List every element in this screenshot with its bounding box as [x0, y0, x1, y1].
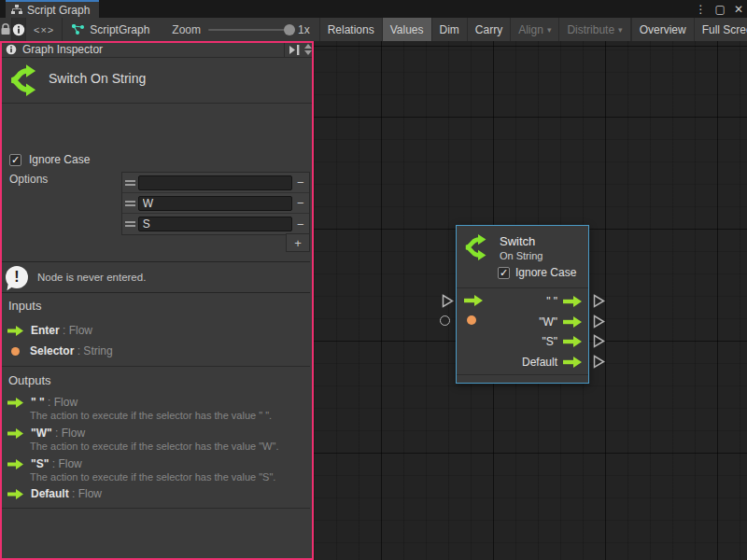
align-dropdown[interactable]: Align ▾: [511, 18, 559, 41]
port-name: Default: [31, 487, 69, 500]
ignore-case-label: Ignore Case: [29, 153, 90, 166]
port-type: : Flow: [52, 457, 82, 470]
port-description: The action to execute if the selector ha…: [30, 471, 301, 483]
external-flow-port[interactable]: [593, 355, 605, 369]
port-type: : Flow: [48, 396, 78, 409]
output-port-row: " " : Flow: [7, 396, 78, 409]
fullscreen-button[interactable]: Full Screen: [695, 18, 747, 41]
output-port-space[interactable]: " ": [546, 295, 582, 308]
lock-icon: [0, 23, 11, 35]
add-option-button[interactable]: +: [286, 233, 310, 252]
node-ignore-case-row: ✓ Ignore Case: [498, 266, 576, 279]
value-port-icon: [11, 347, 20, 356]
info-icon: [6, 44, 17, 55]
port-type: : Flow: [72, 487, 102, 500]
output-port-row: "W" : Flow: [7, 427, 85, 440]
scroll-up-icon[interactable]: [304, 44, 312, 49]
close-icon[interactable]: ✕: [734, 3, 743, 16]
outputs-header: Outputs: [8, 373, 51, 387]
chevron-down-icon: ▾: [547, 25, 552, 35]
lock-button[interactable]: [0, 18, 12, 41]
switch-node[interactable]: Switch On String ✓ Ignore Case " " "W": [456, 225, 589, 384]
output-port-s[interactable]: "S": [542, 335, 582, 348]
flow-arrow-icon: [7, 489, 23, 499]
node-title: Switch: [500, 234, 535, 248]
dock-panel-icon[interactable]: [289, 45, 301, 55]
external-flow-port[interactable]: [593, 315, 605, 329]
external-flow-port[interactable]: [593, 294, 605, 308]
values-button[interactable]: Values: [383, 18, 432, 41]
drag-handle-icon[interactable]: [122, 201, 138, 206]
input-port-row: Selector : String: [7, 344, 113, 357]
switch-node-header[interactable]: Switch On String ✓ Ignore Case: [457, 226, 588, 287]
node-divider: [457, 287, 588, 288]
zoom-label: Zoom: [172, 23, 201, 36]
carry-button[interactable]: Carry: [468, 18, 511, 41]
option-row: −: [122, 193, 309, 214]
overview-button[interactable]: Overview: [631, 18, 695, 41]
option-value-input[interactable]: [138, 196, 292, 211]
script-graph-window: Script Graph ⋮ ▢ ✕ <×> ScriptGraph: [0, 0, 747, 560]
inspector-title: Graph Inspector: [22, 43, 103, 56]
panel-scroll-spinner[interactable]: [304, 44, 312, 55]
info-icon: [12, 23, 25, 36]
graph-breadcrumb[interactable]: ScriptGraph: [63, 18, 162, 41]
drag-handle-icon[interactable]: [122, 221, 138, 227]
ignore-case-checkbox[interactable]: ✓: [498, 267, 510, 279]
enter-port[interactable]: [464, 295, 483, 306]
port-type: : String: [78, 344, 113, 357]
window-tab-bar: Script Graph ⋮ ▢ ✕: [0, 0, 747, 18]
graph-name-label: ScriptGraph: [90, 23, 149, 36]
window-controls: ⋮ ▢ ✕: [696, 0, 743, 18]
code-icon: <×>: [34, 24, 54, 35]
zoom-slider[interactable]: [208, 29, 290, 31]
hierarchy-icon: [11, 5, 22, 15]
more-menu-icon[interactable]: ⋮: [696, 3, 707, 16]
inspector-header: Graph Inspector: [0, 41, 314, 58]
scroll-down-icon[interactable]: [304, 50, 312, 55]
flow-arrow-icon: [7, 459, 23, 469]
inspector-node-title: Switch On String: [49, 71, 146, 86]
option-row: −: [122, 214, 309, 234]
header-separator: [284, 41, 285, 58]
port-name: Enter: [31, 324, 60, 337]
remove-option-button[interactable]: −: [292, 196, 309, 210]
output-port-default[interactable]: Default: [522, 356, 582, 369]
relations-button[interactable]: Relations: [320, 18, 383, 41]
output-port-w[interactable]: "W": [539, 315, 582, 329]
tab-title: Script Graph: [27, 4, 90, 17]
remove-option-button[interactable]: −: [292, 175, 309, 189]
warning-text: Node is never entered.: [37, 272, 146, 283]
selector-port[interactable]: [467, 315, 476, 325]
script-graph-icon: [72, 24, 84, 35]
section-divider: [0, 508, 310, 509]
port-name: Selector: [30, 344, 74, 357]
option-row: −: [122, 173, 309, 193]
options-label: Options: [9, 173, 48, 186]
port-description: The action to execute if the selector ha…: [30, 410, 301, 421]
option-value-input[interactable]: [138, 175, 292, 190]
option-value-input[interactable]: [138, 217, 292, 231]
external-flow-port[interactable]: [442, 294, 454, 308]
inspect-toggle-button[interactable]: [12, 18, 26, 41]
flow-arrow-icon: [7, 326, 23, 336]
drag-handle-icon[interactable]: [122, 180, 138, 186]
switch-node-icon: [464, 233, 492, 261]
code-preview-button[interactable]: <×>: [26, 18, 63, 41]
external-value-port[interactable]: [440, 315, 450, 326]
switch-node-icon: [9, 63, 43, 97]
chevron-down-icon: ▾: [618, 25, 623, 35]
remove-option-button[interactable]: −: [292, 217, 309, 231]
zoom-slider-handle[interactable]: [284, 24, 295, 35]
dim-button[interactable]: Dim: [432, 18, 468, 41]
ignore-case-checkbox[interactable]: ✓: [9, 154, 21, 166]
node-subtitle: On String: [500, 250, 543, 261]
external-flow-port[interactable]: [593, 334, 605, 348]
options-list: − − −: [121, 172, 310, 235]
graph-canvas[interactable]: Switch On String ✓ Ignore Case " " "W": [314, 41, 747, 560]
maximize-icon[interactable]: ▢: [715, 3, 726, 16]
node-title-block: Switch On String: [0, 58, 314, 104]
output-port-row: "S" : Flow: [7, 457, 82, 470]
tab-script-graph[interactable]: Script Graph: [6, 0, 99, 18]
distribute-dropdown[interactable]: Distribute ▾: [559, 18, 630, 41]
